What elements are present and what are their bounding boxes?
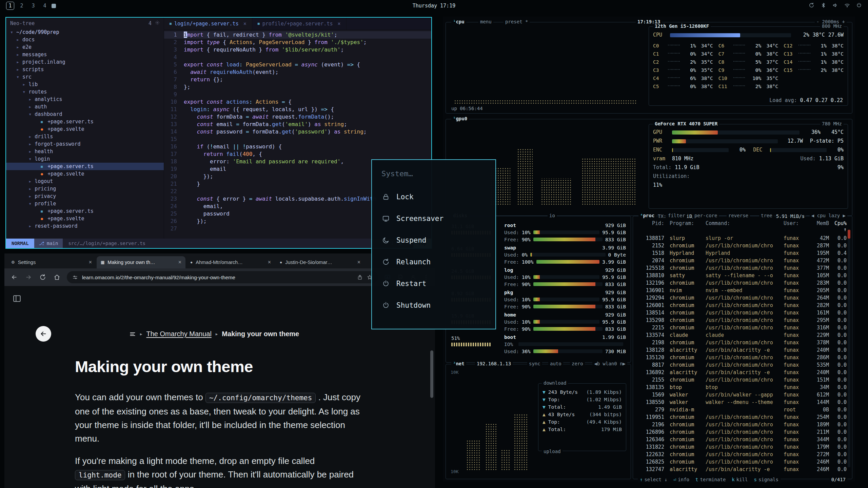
process-row[interactable]: 2215 chromium /usr/lib/chromium/chro fun…	[633, 324, 852, 331]
process-row[interactable]: 138128 alacritty /usr/bin/alacritty -e f…	[633, 346, 852, 354]
process-row[interactable]: 8817 chromium /usr/lib/chromium/chro fun…	[633, 361, 852, 369]
chevron-icon[interactable]: ▸	[22, 81, 28, 87]
tree-item[interactable]: ▾ dashboard	[6, 110, 164, 118]
tree-item[interactable]: ▾ routes	[6, 88, 164, 96]
process-row[interactable]: 129294 chromium /usr/lib/chromium/chro f…	[633, 294, 852, 302]
browser-tab[interactable]: ● Justin-De-Sio/omar… ×	[276, 256, 364, 268]
workspace-button[interactable]: 4	[41, 2, 49, 10]
browser-tab[interactable]: ● Ahmad-Mtr/omarch… ×	[186, 256, 275, 268]
tree-item[interactable]: ▸ auth	[6, 103, 164, 110]
bluetooth-icon[interactable]	[821, 2, 826, 9]
gpu-box-title[interactable]: ⁵gpu0	[451, 116, 469, 121]
footer-keybind[interactable]: ↑select ↓	[640, 477, 667, 482]
power-icon[interactable]	[856, 2, 862, 9]
per-core-toggle[interactable]: per-core	[693, 213, 719, 218]
tree-item[interactable]: ▾ ~/code/990prep	[6, 28, 164, 36]
tree-item[interactable]: ▸ scripts	[6, 66, 164, 73]
tree-item[interactable]: ▸ docs	[6, 36, 164, 43]
back-button[interactable]	[8, 271, 21, 284]
process-row[interactable]: 2155 chromium /usr/lib/chromium/chro fun…	[633, 376, 852, 384]
process-row[interactable]: 125518 chromium /usr/lib/chromium/chro f…	[633, 264, 852, 272]
process-row[interactable]: 138817 slurp slurp -or funax 42M 0.0	[633, 235, 852, 242]
tree-item[interactable]: ■ +page.server.ts	[6, 163, 164, 170]
process-row[interactable]: 126825 chromium /usr/lib/chromium/chro f…	[633, 458, 852, 466]
process-row[interactable]: 138135 btop btop funax 34M 0.0	[633, 384, 852, 391]
tree-item[interactable]: ▸ messages	[6, 51, 164, 58]
net-zero-button[interactable]: zero	[570, 361, 585, 366]
menu-button[interactable]: menu	[478, 19, 493, 24]
menu-item-suspend[interactable]: Suspend	[372, 229, 495, 251]
process-scrollbar[interactable]	[848, 230, 850, 467]
process-row[interactable]: 1569 walker /usr/bin/walker --gapp funax…	[633, 391, 852, 399]
buffer-tab-profile[interactable]: ■ profile/+page.server.ts ×	[252, 18, 347, 29]
process-row[interactable]: 132196 chromium /usr/lib/chromium/chro f…	[633, 279, 852, 287]
reverse-toggle[interactable]: reverse	[727, 213, 750, 218]
tree-item[interactable]: ● +page.svelte	[6, 125, 164, 133]
forward-button[interactable]	[22, 271, 35, 284]
process-row[interactable]: 138810 satty satty --filename - --o funa…	[633, 272, 852, 279]
chevron-icon[interactable]: ▾	[22, 89, 28, 95]
process-row[interactable]: 126346 chromium /usr/lib/chromium/chro f…	[633, 436, 852, 443]
tree-item[interactable]: ■ +page.server.ts	[6, 207, 164, 215]
sort-selector[interactable]: ◀ cpu lazy ▶	[810, 213, 847, 218]
chevron-icon[interactable]: ▸	[28, 223, 35, 229]
process-row[interactable]: 136901 nvim nvim --embed funax 205M 0.0	[633, 287, 852, 294]
tree-item[interactable]: ▾ profile	[6, 200, 164, 207]
tree-item[interactable]: ▸ forgot-password	[6, 140, 164, 148]
tree-item[interactable]: ● +page.svelte	[6, 170, 164, 178]
address-bar[interactable]: learn.omacom.io/2/the-omarchy-manual/92/…	[67, 271, 378, 283]
breadcrumb-link[interactable]: The Omarchy Manual	[146, 330, 212, 338]
process-row[interactable]: 119951 chromium /usr/lib/chromium/chro f…	[633, 413, 852, 421]
net-interface-selector[interactable]: ◀b wlan0 n▶	[592, 361, 627, 366]
buffer-tab-login[interactable]: ■ login/+page.server.ts ×	[164, 18, 252, 29]
process-row[interactable]: 122632 chromium /usr/lib/chromium/chro f…	[633, 451, 852, 458]
chevron-icon[interactable]: ▾	[28, 156, 35, 162]
tree-item[interactable]: ▸ drills	[6, 133, 164, 140]
tree-item[interactable]: ▾ login	[6, 155, 164, 163]
chevron-icon[interactable]: ▸	[16, 44, 22, 50]
menu-item-lock[interactable]: Lock	[372, 186, 495, 208]
close-icon[interactable]: ×	[178, 259, 181, 265]
chevron-icon[interactable]: ▸	[28, 141, 35, 147]
close-icon[interactable]: ×	[243, 21, 246, 27]
workspace-button[interactable]: 2	[18, 2, 26, 10]
process-row[interactable]: 2196 chromium /usr/lib/chromium/chro fun…	[633, 421, 852, 428]
tree-item[interactable]: ▸ logout	[6, 178, 164, 185]
browser-tab[interactable]: ⚙ Settings ×	[7, 256, 96, 268]
chevron-icon[interactable]: ▸	[28, 148, 35, 155]
sidebar-toggle-icon[interactable]	[13, 294, 21, 304]
tree-item[interactable]: ▸ pricing	[6, 185, 164, 192]
tree-item[interactable]: ▸ e2e	[6, 43, 164, 51]
close-icon[interactable]: ×	[337, 21, 340, 27]
chevron-icon[interactable]: ▸	[16, 59, 22, 65]
process-row[interactable]: 1518 Hyprland Hyprland funax 195M 0.4	[633, 249, 852, 257]
chevron-icon[interactable]: ▾	[16, 74, 22, 80]
chevron-icon[interactable]: ▾	[10, 29, 16, 35]
tree-item[interactable]: ● +page.svelte	[6, 215, 164, 222]
tree-toggle[interactable]: tree	[759, 213, 774, 218]
chevron-icon[interactable]: ▸	[16, 66, 22, 73]
chevron-icon[interactable]: ▸	[28, 134, 35, 140]
tree-item[interactable]: ▸ analytics	[6, 96, 164, 103]
close-icon[interactable]: ×	[357, 259, 360, 265]
filter-button[interactable]: filter	[666, 213, 687, 218]
tree-item[interactable]: ▾ src	[6, 73, 164, 81]
tree-item[interactable]: ■ +page.server.ts	[6, 118, 164, 125]
chevron-icon[interactable]: ▸	[28, 193, 35, 199]
update-icon[interactable]	[809, 2, 814, 9]
menu-search-input[interactable]	[372, 166, 495, 186]
page-back-button[interactable]	[36, 326, 51, 342]
footer-keybind[interactable]: ⏎info	[673, 477, 689, 482]
close-icon[interactable]: ×	[89, 259, 92, 265]
process-row[interactable]: 133574 claude claude funax 229M 0.0	[633, 331, 852, 339]
process-row[interactable]: 136892 alacritty /usr/bin/alacritty -e f…	[633, 369, 852, 376]
process-row[interactable]: 131822 chromium /usr/lib/chromium/chro f…	[633, 443, 852, 451]
reload-button[interactable]	[36, 271, 49, 284]
tree-item[interactable]: ▸ lib	[6, 81, 164, 88]
chevron-icon[interactable]: ▸	[28, 178, 35, 184]
chevron-icon[interactable]: ▸	[28, 104, 35, 110]
menu-item-restart[interactable]: Restart	[372, 273, 495, 294]
chevron-icon[interactable]: ▾	[28, 111, 35, 117]
footer-keybind[interactable]: tterminate	[695, 477, 726, 482]
close-icon[interactable]: ×	[268, 259, 271, 265]
